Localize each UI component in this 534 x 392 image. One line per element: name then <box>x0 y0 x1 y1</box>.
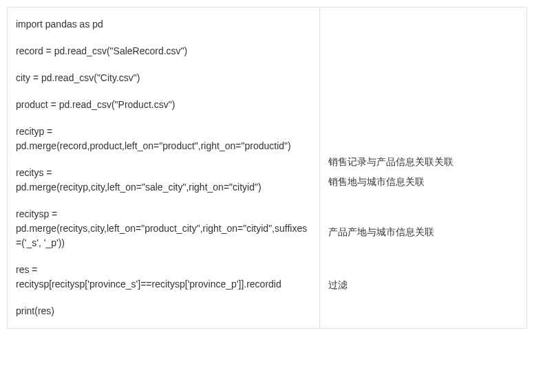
blank-line <box>16 250 311 263</box>
comment-line: 产品产地与城市信息关联 <box>328 225 518 239</box>
code-line: pd.merge(recityp,city,left_on="sale_city… <box>16 180 311 195</box>
code-line: pd.merge(record,product,left_on="product… <box>16 139 311 153</box>
code-line: recitysp[recitysp['province_s']==recitys… <box>16 277 311 292</box>
blank-line <box>16 85 311 98</box>
code-line: record = pd.read_csv("SaleRecord.csv") <box>16 44 311 58</box>
code-line: product = pd.read_csv("Product.csv") <box>16 98 311 112</box>
blank-line <box>16 153 311 166</box>
comment-spacer <box>328 17 518 155</box>
comment-line: 销售地与城市信息关联 <box>328 175 518 189</box>
comment-spacer <box>328 189 518 225</box>
blank-line <box>16 292 311 304</box>
blank-line <box>16 112 311 124</box>
code-line: res = <box>16 263 311 277</box>
code-block: import pandas as pd record = pd.read_csv… <box>16 17 311 318</box>
blank-line <box>16 58 311 71</box>
code-line: pd.merge(recitys,city,left_on="product_c… <box>16 221 311 250</box>
code-line: print(res) <box>16 304 311 318</box>
comment-spacer <box>328 239 518 278</box>
code-line: import pandas as pd <box>16 17 311 32</box>
code-line: city = pd.read_csv("City.csv") <box>16 71 311 85</box>
comment-block: 销售记录与产品信息关联关联 销售地与城市信息关联 产品产地与城市信息关联 过滤 <box>328 17 518 292</box>
code-line: recityp = <box>16 124 311 139</box>
code-line: recitysp = <box>16 207 311 221</box>
two-column-table: import pandas as pd record = pd.read_csv… <box>7 7 527 329</box>
comment-column: 销售记录与产品信息关联关联 销售地与城市信息关联 产品产地与城市信息关联 过滤 <box>320 8 526 328</box>
comment-line: 过滤 <box>328 278 518 292</box>
blank-line <box>16 195 311 207</box>
code-line: recitys = <box>16 166 311 180</box>
blank-line <box>16 32 311 44</box>
comment-line: 销售记录与产品信息关联关联 <box>328 155 518 169</box>
code-column: import pandas as pd record = pd.read_csv… <box>8 8 320 328</box>
comment-spacer <box>328 169 518 175</box>
